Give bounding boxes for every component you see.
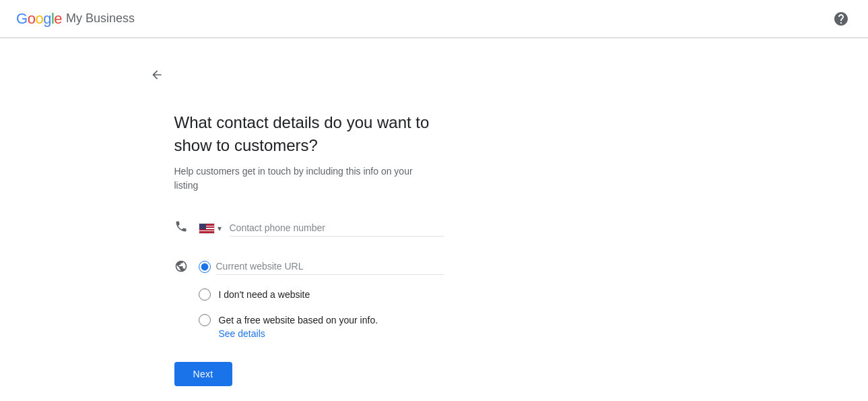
app-header: Google My Business [0, 0, 868, 38]
website-options: I don't need a website Get a free websit… [199, 258, 444, 351]
help-button[interactable] [830, 8, 852, 30]
free-website-radio[interactable] [199, 314, 211, 326]
help-icon [833, 11, 849, 27]
chevron-down-icon: ▾ [218, 224, 222, 233]
free-website-content: Get a free website based on your info. S… [219, 314, 378, 340]
see-details-link[interactable]: See details [219, 328, 378, 339]
no-website-radio[interactable] [199, 288, 211, 301]
page-subtitle: Help customers get in touch by including… [174, 164, 430, 193]
main-content: What contact details do you want to show… [131, 38, 737, 401]
phone-input[interactable] [230, 220, 444, 237]
page-title: What contact details do you want to show… [174, 111, 430, 156]
back-button[interactable] [147, 65, 166, 84]
back-arrow-icon [150, 68, 164, 82]
form-container: What contact details do you want to show… [174, 111, 721, 401]
current-url-radio[interactable] [199, 261, 211, 273]
no-website-option[interactable]: I don't need a website [199, 288, 444, 302]
globe-icon [174, 259, 191, 276]
country-selector[interactable]: ▾ [199, 223, 222, 234]
url-input[interactable] [216, 258, 444, 275]
logo-container: Google My Business [16, 10, 135, 28]
free-website-option[interactable]: Get a free website based on your info. S… [199, 314, 444, 340]
next-button[interactable]: Next [174, 362, 232, 386]
phone-icon [174, 220, 191, 237]
us-flag-icon [199, 223, 215, 234]
google-logo: Google [16, 10, 62, 28]
current-url-option [199, 258, 444, 275]
free-website-label: Get a free website based on your info. [219, 315, 378, 326]
phone-row: ▾ [174, 220, 444, 237]
website-row: I don't need a website Get a free websit… [174, 258, 444, 351]
my-business-label: My Business [66, 11, 135, 26]
no-website-label: I don't need a website [219, 288, 310, 302]
